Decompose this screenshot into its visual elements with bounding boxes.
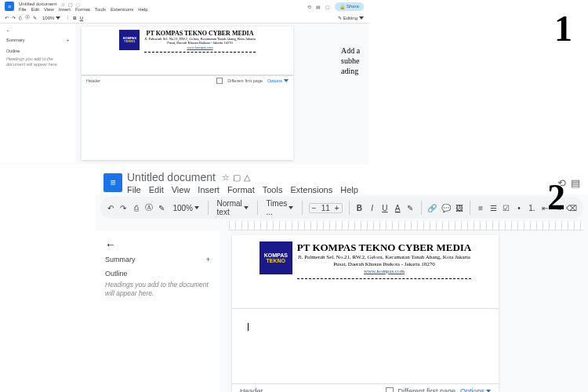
history-icon[interactable]: ⟲ (307, 4, 311, 9)
comments-icon[interactable]: ▤ (571, 177, 580, 189)
back-arrow-icon[interactable]: ← (6, 28, 69, 33)
highlight-icon[interactable]: ✎ (406, 201, 414, 215)
menu-extensions[interactable]: Extensions (290, 185, 332, 194)
redo-icon[interactable]: ↷ (12, 15, 16, 20)
paint-icon[interactable]: ✎ (33, 15, 37, 20)
align-icon[interactable]: ≡ (477, 201, 485, 215)
menu-tools[interactable]: Tools (95, 7, 106, 12)
company-url[interactable]: www.kompas.com (187, 45, 212, 49)
italic-icon[interactable]: I (368, 201, 376, 215)
page-header[interactable]: KOMPAS TEKNO PT KOMPAS TEKNO CYBER MEDIA… (232, 235, 499, 309)
share-button[interactable]: 🔒 Share (335, 2, 364, 11)
editing-mode[interactable]: ✎ Editing (338, 15, 364, 20)
company-addr2: Pusat, Daerah Khusus Ibukota - Jakarta 1… (297, 261, 471, 268)
step-number-2: 2 (547, 176, 565, 218)
link-icon[interactable]: 🔗 (427, 201, 437, 215)
bold-icon[interactable]: B (355, 201, 363, 215)
cloud-icon[interactable]: ◌ (76, 2, 80, 7)
docs-app-icon: ≡ (103, 173, 122, 192)
move-icon[interactable]: ▢ (68, 2, 73, 7)
add-summary-icon[interactable]: + (206, 256, 210, 263)
star-icon[interactable]: ☆ (61, 2, 65, 7)
header-options-dropdown[interactable]: Options (267, 78, 289, 83)
numbered-list-icon[interactable]: 1. (528, 201, 535, 215)
doc-title[interactable]: Untitled document (19, 2, 56, 6)
header-options-dropdown[interactable]: Options (460, 387, 491, 392)
menu-format[interactable]: Format (227, 185, 255, 194)
menu-help[interactable]: Help (138, 7, 147, 12)
font-size-spinner[interactable]: − 11 + (309, 203, 343, 213)
underline-icon[interactable]: U (80, 16, 83, 20)
different-first-page-label: Different first page (227, 78, 263, 83)
bullet-list-icon[interactable]: • (515, 201, 523, 215)
menu-view[interactable]: View (44, 7, 54, 12)
paint-icon[interactable]: ✎ (158, 201, 165, 215)
menu-bar: File Edit View Insert Format Tools Exten… (19, 7, 148, 12)
company-url[interactable]: www.kompas.com (364, 268, 405, 274)
zoom-dropdown[interactable]: 100% (40, 16, 63, 20)
comment-icon[interactable]: 💬 (441, 201, 451, 215)
menu-bar: File Edit View Insert Format Tools Exten… (127, 185, 358, 194)
outline-hint: Headings you add to the document will ap… (6, 56, 69, 67)
outline-hint: Headings you add to the document will ap… (105, 281, 210, 298)
menu-edit[interactable]: Edit (31, 7, 39, 12)
style-dropdown[interactable]: Normal text (215, 199, 251, 216)
company-logo: KOMPAS TEKNO (119, 30, 140, 50)
pencil-icon: ✎ (338, 15, 342, 20)
menu-format[interactable]: Format (75, 7, 90, 12)
outline-panel: ← Summary + Outline Headings you add to … (96, 230, 220, 392)
cloud-icon[interactable]: △ (244, 172, 250, 183)
document-page[interactable]: KOMPAS TEKNO PT KOMPAS TEKNO CYBER MEDIA… (82, 27, 293, 160)
menu-edit[interactable]: Edit (149, 185, 164, 194)
horizontal-ruler[interactable] (229, 221, 583, 230)
back-arrow-icon[interactable]: ← (105, 238, 210, 251)
menu-tools[interactable]: Tools (263, 185, 283, 194)
add-summary-icon[interactable]: + (67, 38, 69, 42)
move-icon[interactable]: ▢ (233, 172, 241, 183)
header-label: Header (86, 78, 100, 83)
redo-icon[interactable]: ↷ (119, 201, 127, 215)
menu-insert[interactable]: Insert (198, 185, 220, 194)
menu-insert[interactable]: Insert (59, 7, 71, 12)
company-logo: KOMPAS TEKNO (260, 241, 292, 274)
outline-label: Outline (6, 49, 69, 53)
star-icon[interactable]: ☆ (222, 172, 230, 183)
decrease-icon[interactable]: − (310, 204, 319, 212)
header-toolbar: Header Different first page Options (232, 383, 499, 392)
text-cursor (248, 323, 249, 331)
company-name: PT KOMPAS TEKNO CYBER MEDIA (297, 241, 471, 254)
checklist-icon[interactable]: ☑ (503, 201, 510, 215)
doc-title[interactable]: Untitled document (127, 171, 216, 183)
menu-file[interactable]: File (127, 185, 141, 194)
meet-icon[interactable]: ▢ (325, 4, 330, 9)
different-first-page-checkbox[interactable] (386, 387, 394, 392)
menu-extensions[interactable]: Extensions (111, 7, 133, 12)
undo-icon[interactable]: ↶ (5, 15, 9, 20)
header-divider (144, 52, 255, 53)
step-number-1: 1 (554, 8, 572, 49)
image-icon[interactable]: 🖼 (456, 201, 463, 215)
text-color-icon[interactable]: A (394, 201, 401, 215)
different-first-page-checkbox[interactable] (216, 78, 223, 84)
page-header[interactable]: KOMPAS TEKNO PT KOMPAS TEKNO CYBER MEDIA… (82, 27, 293, 75)
spellcheck-icon[interactable]: Ⓐ (145, 201, 153, 215)
menu-view[interactable]: View (172, 185, 191, 194)
clear-format-icon[interactable]: ⌫ (566, 201, 577, 215)
zoom-dropdown[interactable]: 100% (170, 204, 201, 212)
print-icon[interactable]: ⎙ (132, 201, 140, 215)
document-page[interactable]: KOMPAS TEKNO PT KOMPAS TEKNO CYBER MEDIA… (232, 235, 499, 392)
undo-icon[interactable]: ↶ (107, 201, 114, 215)
spellcheck-icon[interactable]: Ⓐ (25, 14, 30, 21)
bold-icon[interactable]: B (73, 16, 76, 20)
menu-help[interactable]: Help (340, 185, 358, 194)
underline-icon[interactable]: U (381, 201, 389, 215)
titlebar: ≡ Untitled document ☆ ▢ △ File Edit View… (96, 171, 588, 194)
menu-file[interactable]: File (19, 7, 27, 12)
line-spacing-icon[interactable]: ☰ (489, 201, 497, 215)
comments-icon[interactable]: ▤ (316, 4, 321, 9)
print-icon[interactable]: ⎙ (19, 16, 22, 20)
font-dropdown[interactable]: Times ... (263, 199, 296, 216)
increase-icon[interactable]: + (332, 204, 342, 212)
summary-label: Summary (105, 256, 136, 263)
lock-icon: 🔒 (339, 4, 345, 9)
